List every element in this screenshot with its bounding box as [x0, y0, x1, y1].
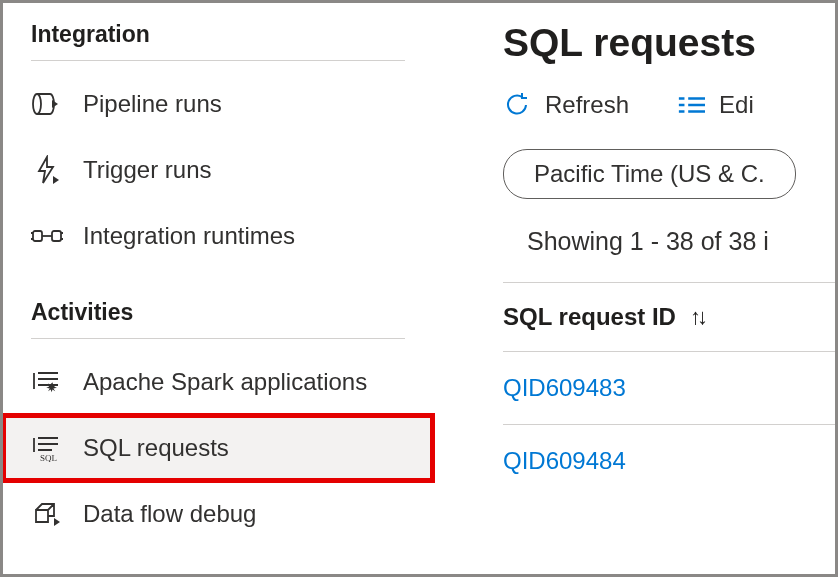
sidebar-item-label: Apache Spark applications — [83, 368, 367, 396]
sort-icon: ↑↓ — [690, 304, 704, 330]
sidebar-item-label: SQL requests — [83, 434, 229, 462]
sidebar-item-pipeline-runs[interactable]: Pipeline runs — [3, 71, 433, 137]
sidebar-item-label: Pipeline runs — [83, 90, 222, 118]
svg-text:SQL: SQL — [40, 453, 57, 462]
table-row: QID609483 — [503, 352, 835, 425]
sidebar-item-apache-spark[interactable]: Apache Spark applications — [3, 349, 433, 415]
dataflow-debug-icon — [31, 498, 63, 530]
sidebar-item-data-flow-debug[interactable]: Data flow debug — [3, 481, 433, 547]
edit-label: Edi — [719, 91, 754, 119]
pipeline-icon — [31, 88, 63, 120]
sidebar-section-header-integration: Integration — [3, 21, 433, 60]
timezone-selector[interactable]: Pacific Time (US & C. — [503, 149, 796, 199]
request-id-link[interactable]: QID609484 — [503, 447, 626, 474]
svg-rect-2 — [52, 231, 61, 241]
divider — [31, 338, 405, 339]
sidebar-item-label: Trigger runs — [83, 156, 211, 184]
sidebar-item-label: Integration runtimes — [83, 222, 295, 250]
timezone-label: Pacific Time (US & C. — [534, 160, 765, 187]
sidebar: Integration Pipeline runs Trigger runs — [3, 3, 433, 574]
sidebar-item-label: Data flow debug — [83, 500, 256, 528]
sidebar-item-sql-requests[interactable]: SQL SQL requests — [3, 415, 433, 481]
column-header-sql-request-id[interactable]: SQL request ID ↑↓ — [503, 282, 835, 352]
page-title: SQL requests — [503, 21, 835, 91]
edit-columns-icon — [677, 91, 705, 119]
table-row: QID609484 — [503, 425, 835, 497]
refresh-icon — [503, 91, 531, 119]
sidebar-item-integration-runtimes[interactable]: Integration runtimes — [3, 203, 433, 269]
window-frame: Integration Pipeline runs Trigger runs — [0, 0, 838, 577]
svg-point-0 — [33, 94, 41, 114]
connection-icon — [31, 220, 63, 252]
result-count: Showing 1 - 38 of 38 i — [503, 223, 835, 282]
edit-columns-button[interactable]: Edi — [677, 91, 754, 119]
svg-rect-1 — [33, 231, 42, 241]
sidebar-section-header-activities: Activities — [3, 269, 433, 338]
lightning-icon — [31, 154, 63, 186]
sql-list-icon: SQL — [31, 432, 63, 464]
toolbar: Refresh Edi — [503, 91, 835, 149]
refresh-label: Refresh — [545, 91, 629, 119]
spark-list-icon — [31, 366, 63, 398]
column-header-label: SQL request ID — [503, 303, 676, 331]
main-panel: SQL requests Refresh — [433, 3, 835, 574]
divider — [31, 60, 405, 61]
request-id-link[interactable]: QID609483 — [503, 374, 626, 401]
refresh-button[interactable]: Refresh — [503, 91, 629, 119]
sidebar-item-trigger-runs[interactable]: Trigger runs — [3, 137, 433, 203]
